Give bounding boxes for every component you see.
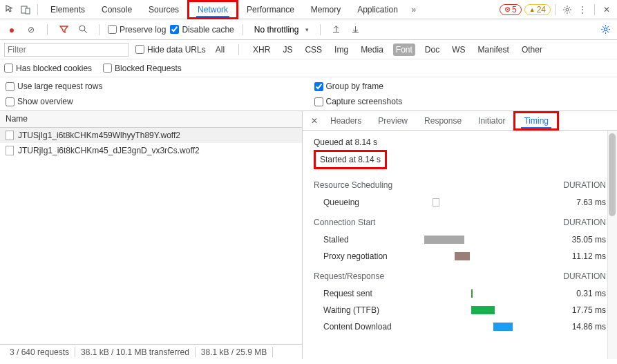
- dtab-timing[interactable]: Timing: [513, 111, 559, 131]
- capture-screenshots-checkbox[interactable]: Capture screenshots: [314, 97, 612, 106]
- request-row[interactable]: JTURjIg1_i6t8kCHKm45_dJE3gnD_vx3rCs.woff…: [0, 143, 302, 158]
- type-all[interactable]: All: [213, 44, 227, 56]
- file-icon: [6, 131, 14, 140]
- tab-network[interactable]: Network: [187, 0, 238, 19]
- type-img[interactable]: Img: [332, 44, 351, 56]
- svg-rect-1: [26, 8, 30, 14]
- download-icon[interactable]: [348, 22, 363, 37]
- status-bar: 3 / 640 requests 38.1 kB / 10.1 MB trans…: [0, 344, 302, 359]
- preserve-log-checkbox[interactable]: Preserve log: [108, 25, 166, 35]
- svg-line-4: [84, 30, 87, 33]
- section-request-response: Request/Response: [314, 271, 563, 281]
- duration-header: DURATION: [563, 271, 606, 281]
- queued-at: Queued at 8.14 s: [314, 137, 606, 147]
- group-by-frame-checkbox[interactable]: Group by frame: [314, 82, 612, 91]
- hide-data-urls-checkbox[interactable]: Hide data URLs: [135, 45, 206, 55]
- column-header-name[interactable]: Name: [0, 111, 302, 128]
- network-settings-gear-icon[interactable]: [598, 22, 613, 37]
- large-rows-checkbox[interactable]: Use large request rows: [6, 82, 303, 91]
- dtab-initiator[interactable]: Initiator: [470, 111, 513, 131]
- type-xhr[interactable]: XHR: [250, 44, 273, 56]
- dtab-response[interactable]: Response: [416, 111, 470, 131]
- scrollbar[interactable]: [607, 131, 617, 359]
- filter-icon[interactable]: [56, 22, 71, 37]
- type-manifest[interactable]: Manifest: [475, 44, 512, 56]
- has-blocked-cookies-checkbox[interactable]: Has blocked cookies: [4, 64, 92, 73]
- request-name: JTUSjIg1_i6t8kCHKm459WlhyyTh89Y.woff2: [18, 131, 180, 140]
- type-media[interactable]: Media: [358, 44, 386, 56]
- type-font[interactable]: Font: [393, 44, 415, 56]
- duration-header: DURATION: [563, 180, 606, 190]
- tab-elements[interactable]: Elements: [42, 0, 93, 19]
- throttling-select[interactable]: No throttling: [251, 23, 312, 36]
- timing-row-queueing: Queueing 7.63 ms: [314, 194, 606, 211]
- duration-header: DURATION: [563, 218, 606, 227]
- section-resource-scheduling: Resource Scheduling: [314, 180, 563, 190]
- timing-row-waiting: Waiting (TTFB) 17.75 ms: [314, 302, 606, 318]
- tab-console[interactable]: Console: [93, 0, 140, 19]
- more-tabs-icon[interactable]: »: [406, 2, 421, 17]
- disable-cache-checkbox[interactable]: Disable cache: [170, 25, 234, 35]
- close-details-icon[interactable]: ✕: [307, 113, 322, 128]
- record-icon[interactable]: ●: [4, 22, 19, 37]
- device-toggle-icon[interactable]: [18, 2, 33, 17]
- blocked-requests-checkbox[interactable]: Blocked Requests: [103, 64, 182, 73]
- close-icon[interactable]: ✕: [599, 2, 614, 17]
- type-css[interactable]: CSS: [302, 44, 325, 56]
- request-row[interactable]: JTUSjIg1_i6t8kCHKm459WlhyyTh89Y.woff2: [0, 128, 302, 143]
- error-count-badge[interactable]: 5: [500, 4, 522, 15]
- tab-application[interactable]: Application: [349, 0, 406, 19]
- timing-row-stalled: Stalled 35.05 ms: [314, 231, 606, 248]
- svg-point-2: [566, 8, 569, 11]
- dtab-headers[interactable]: Headers: [322, 111, 370, 131]
- timing-row-proxy: Proxy negotiation 11.12 ms: [314, 248, 606, 265]
- section-connection-start: Connection Start: [314, 218, 563, 227]
- tab-sources[interactable]: Sources: [140, 0, 187, 19]
- started-at: Started at 8.14 s: [314, 150, 387, 169]
- request-name: JTURjIg1_i6t8kCHKm45_dJE3gnD_vx3rCs.woff…: [18, 146, 200, 155]
- svg-point-3: [79, 26, 85, 31]
- tab-performance[interactable]: Performance: [238, 0, 303, 19]
- clear-icon[interactable]: ⊘: [23, 22, 39, 37]
- type-ws[interactable]: WS: [449, 44, 468, 56]
- show-overview-checkbox[interactable]: Show overview: [6, 97, 303, 106]
- file-icon: [6, 146, 14, 155]
- type-doc[interactable]: Doc: [422, 44, 442, 56]
- type-js[interactable]: JS: [280, 44, 295, 56]
- dtab-preview[interactable]: Preview: [370, 111, 416, 131]
- timing-row-download: Content Download 14.86 ms: [314, 318, 606, 335]
- svg-point-5: [604, 28, 607, 30]
- timing-row-sent: Request sent 0.31 ms: [314, 285, 606, 302]
- upload-icon[interactable]: [329, 22, 344, 37]
- search-icon[interactable]: [75, 22, 91, 37]
- kebab-icon[interactable]: ⋮: [575, 2, 590, 17]
- type-other[interactable]: Other: [519, 44, 545, 56]
- filter-input[interactable]: [4, 43, 129, 57]
- warning-count-badge[interactable]: 24: [524, 4, 551, 15]
- tab-memory[interactable]: Memory: [303, 0, 349, 19]
- inspect-icon[interactable]: [3, 2, 18, 17]
- gear-icon[interactable]: [560, 2, 575, 17]
